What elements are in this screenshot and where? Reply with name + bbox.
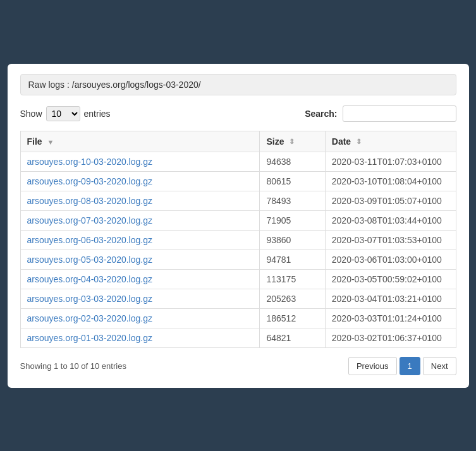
- main-container: Raw logs : /arsouyes.org/logs/logs-03-20…: [8, 64, 469, 388]
- cell-size: 113175: [260, 269, 325, 289]
- table-row: arsouyes.org-02-03-2020.log.gz1865122020…: [20, 308, 456, 328]
- cell-size: 93860: [260, 230, 325, 250]
- cell-size: 94781: [260, 250, 325, 269]
- search-label: Search:: [305, 109, 337, 119]
- table-row: arsouyes.org-08-03-2020.log.gz784932020-…: [20, 191, 456, 210]
- col-file[interactable]: File ▼: [20, 131, 260, 152]
- table-body: arsouyes.org-10-03-2020.log.gz946382020-…: [20, 152, 456, 347]
- col-size-label: Size: [266, 136, 284, 147]
- table-row: arsouyes.org-04-03-2020.log.gz1131752020…: [20, 269, 456, 289]
- logs-table: File ▼ Size ⇕ Date ⇕ arsouyes.org-10-03-…: [20, 131, 456, 348]
- cell-date: 2020-03-07T01:03:53+0100: [325, 230, 456, 250]
- next-button[interactable]: Next: [423, 357, 456, 375]
- cell-file: arsouyes.org-09-03-2020.log.gz: [20, 171, 260, 191]
- cell-size: 64821: [260, 328, 325, 347]
- col-file-sort-icon: ▼: [47, 138, 54, 146]
- table-row: arsouyes.org-10-03-2020.log.gz946382020-…: [20, 152, 456, 171]
- table-row: arsouyes.org-07-03-2020.log.gz719052020-…: [20, 210, 456, 230]
- footer: Showing 1 to 10 of 10 entries Previous 1…: [20, 357, 456, 375]
- cell-file: arsouyes.org-04-03-2020.log.gz: [20, 269, 260, 289]
- table-row: arsouyes.org-09-03-2020.log.gz806152020-…: [20, 171, 456, 191]
- previous-button[interactable]: Previous: [348, 357, 397, 375]
- current-page-button[interactable]: 1: [400, 357, 420, 375]
- file-link[interactable]: arsouyes.org-06-03-2020.log.gz: [27, 235, 152, 245]
- file-link[interactable]: arsouyes.org-09-03-2020.log.gz: [27, 176, 152, 186]
- entries-label: entries: [84, 109, 111, 119]
- cell-file: arsouyes.org-07-03-2020.log.gz: [20, 210, 260, 230]
- file-link[interactable]: arsouyes.org-03-03-2020.log.gz: [27, 294, 152, 304]
- cell-file: arsouyes.org-01-03-2020.log.gz: [20, 328, 260, 347]
- col-date[interactable]: Date ⇕: [325, 131, 456, 152]
- col-file-label: File: [27, 136, 42, 147]
- cell-date: 2020-03-10T01:08:04+0100: [325, 171, 456, 191]
- cell-date: 2020-03-11T01:07:03+0100: [325, 152, 456, 171]
- cell-date: 2020-03-02T01:06:37+0100: [325, 328, 456, 347]
- table-row: arsouyes.org-03-03-2020.log.gz2052632020…: [20, 289, 456, 308]
- table-row: arsouyes.org-05-03-2020.log.gz947812020-…: [20, 250, 456, 269]
- show-label: Show: [20, 109, 42, 119]
- col-date-sort-icon: ⇕: [356, 138, 362, 146]
- cell-file: arsouyes.org-03-03-2020.log.gz: [20, 289, 260, 308]
- cell-file: arsouyes.org-06-03-2020.log.gz: [20, 230, 260, 250]
- cell-size: 205263: [260, 289, 325, 308]
- show-entries-control: Show 10 25 50 100 entries: [20, 106, 111, 121]
- cell-size: 78493: [260, 191, 325, 210]
- cell-file: arsouyes.org-05-03-2020.log.gz: [20, 250, 260, 269]
- file-link[interactable]: arsouyes.org-04-03-2020.log.gz: [27, 274, 152, 284]
- cell-size: 94638: [260, 152, 325, 171]
- cell-file: arsouyes.org-02-03-2020.log.gz: [20, 308, 260, 328]
- cell-file: arsouyes.org-08-03-2020.log.gz: [20, 191, 260, 210]
- title-bar: Raw logs : /arsouyes.org/logs/logs-03-20…: [20, 74, 456, 95]
- showing-text: Showing 1 to 10 of 10 entries: [20, 361, 126, 371]
- table-row: arsouyes.org-01-03-2020.log.gz648212020-…: [20, 328, 456, 347]
- cell-date: 2020-03-09T01:05:07+0100: [325, 191, 456, 210]
- file-link[interactable]: arsouyes.org-10-03-2020.log.gz: [27, 157, 152, 167]
- col-date-label: Date: [332, 136, 351, 147]
- cell-date: 2020-03-04T01:03:21+0100: [325, 289, 456, 308]
- cell-date: 2020-03-05T00:59:02+0100: [325, 269, 456, 289]
- cell-date: 2020-03-08T01:03:44+0100: [325, 210, 456, 230]
- cell-size: 186512: [260, 308, 325, 328]
- controls-bar: Show 10 25 50 100 entries Search:: [20, 105, 456, 122]
- cell-date: 2020-03-06T01:03:00+0100: [325, 250, 456, 269]
- cell-size: 80615: [260, 171, 325, 191]
- cell-date: 2020-03-03T01:01:24+0100: [325, 308, 456, 328]
- file-link[interactable]: arsouyes.org-01-03-2020.log.gz: [27, 333, 152, 343]
- search-input[interactable]: [343, 105, 456, 122]
- file-link[interactable]: arsouyes.org-08-03-2020.log.gz: [27, 196, 152, 206]
- page-title: Raw logs : /arsouyes.org/logs/logs-03-20…: [28, 80, 201, 90]
- table-header-row: File ▼ Size ⇕ Date ⇕: [20, 131, 456, 152]
- pagination: Previous 1 Next: [348, 357, 456, 375]
- file-link[interactable]: arsouyes.org-07-03-2020.log.gz: [27, 215, 152, 226]
- search-area: Search:: [305, 105, 456, 122]
- cell-size: 71905: [260, 210, 325, 230]
- col-size-sort-icon: ⇕: [289, 138, 295, 146]
- entries-select[interactable]: 10 25 50 100: [46, 106, 80, 121]
- file-link[interactable]: arsouyes.org-02-03-2020.log.gz: [27, 313, 152, 323]
- file-link[interactable]: arsouyes.org-05-03-2020.log.gz: [27, 255, 152, 265]
- cell-file: arsouyes.org-10-03-2020.log.gz: [20, 152, 260, 171]
- table-row: arsouyes.org-06-03-2020.log.gz938602020-…: [20, 230, 456, 250]
- col-size[interactable]: Size ⇕: [260, 131, 325, 152]
